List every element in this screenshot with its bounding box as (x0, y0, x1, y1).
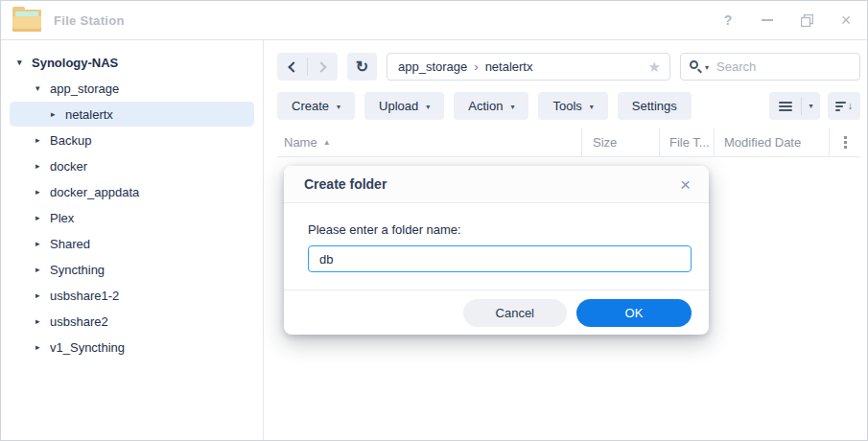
sidebar-item-label: Synology-NAS (32, 56, 118, 70)
sidebar-item-plex[interactable]: ▸ Plex (10, 205, 254, 230)
column-header-modified-date[interactable]: Modified Date (714, 128, 829, 156)
sort-button[interactable]: ↓ (828, 92, 860, 120)
sidebar-item-label: docker (50, 159, 87, 174)
sidebar-item-app-storage[interactable]: ▾ app_storage (10, 76, 254, 101)
create-button-label: Create (292, 99, 329, 113)
maximize-button[interactable] (799, 12, 814, 28)
chevron-right-icon: ▸ (35, 316, 50, 326)
view-mode-button[interactable]: ▾ (769, 92, 820, 120)
chevron-right-icon: ▸ (35, 290, 50, 300)
chevron-right-icon: ▸ (35, 239, 50, 248)
column-header-name[interactable]: Name ▲ (277, 128, 581, 156)
sidebar-folder-tree: ▾ Synology-NAS ▾ app_storage ▸ netalertx… (1, 40, 264, 440)
cancel-button[interactable]: Cancel (463, 299, 567, 327)
navigation-toolbar: ↻ app_storage › netalertx ★ ▾ (264, 40, 868, 81)
kebab-menu-icon (844, 136, 847, 149)
chevron-down-icon: ▾ (590, 103, 594, 111)
settings-button-label: Settings (632, 99, 677, 113)
action-button-label: Action (468, 99, 503, 113)
chevron-right-icon: ▸ (35, 161, 50, 171)
file-list-header: Name ▲ Size File T... Modified Date (277, 128, 860, 157)
ok-button[interactable]: OK (576, 299, 692, 327)
dialog-close-icon[interactable]: × (680, 175, 691, 194)
sidebar-item-docker[interactable]: ▸ docker (10, 153, 254, 178)
column-label: Modified Date (724, 135, 801, 150)
list-view-icon (769, 102, 801, 111)
chevron-right-icon: ▸ (35, 265, 50, 274)
breadcrumb-parent[interactable]: app_storage (398, 59, 467, 74)
sidebar-item-label: app_storage (50, 81, 119, 96)
title-bar: File Station ? × (1, 1, 867, 40)
search-box[interactable]: ▾ (680, 53, 860, 81)
minimize-icon (762, 19, 773, 21)
folder-name-input[interactable] (308, 245, 692, 272)
breadcrumb[interactable]: app_storage › netalertx ★ (387, 53, 670, 81)
view-controls: ▾ ↓ (769, 92, 860, 120)
sidebar-item-usbshare2[interactable]: ▸ usbshare2 (10, 309, 254, 334)
column-header-size[interactable]: Size (581, 128, 659, 156)
column-label: Name (284, 135, 317, 150)
sidebar-item-label: docker_appdata (50, 185, 139, 199)
column-options-button[interactable] (829, 128, 860, 156)
sidebar-item-synology-nas[interactable]: ▾ Synology-NAS (10, 50, 254, 75)
sidebar-item-label: v1_Syncthing (50, 340, 125, 355)
sidebar-item-backup[interactable]: ▸ Backup (10, 128, 254, 152)
chevron-right-icon: ▸ (51, 109, 65, 119)
sidebar-item-label: usbshare1-2 (50, 289, 119, 303)
search-options-caret-icon[interactable]: ▾ (705, 63, 709, 72)
dialog-header: Create folder × (284, 166, 709, 203)
folder-name-prompt: Please enter a folder name: (308, 222, 692, 237)
refresh-button[interactable]: ↻ (347, 53, 377, 81)
breadcrumb-separator-icon: › (474, 59, 478, 74)
chevron-right-icon: ▸ (35, 342, 50, 352)
chevron-down-icon: ▾ (510, 103, 514, 111)
create-folder-dialog: Create folder × Please enter a folder na… (284, 166, 709, 335)
sidebar-item-docker-appdata[interactable]: ▸ docker_appdata (10, 179, 254, 204)
forward-button[interactable] (308, 53, 338, 81)
view-mode-caret-icon[interactable]: ▾ (802, 102, 820, 110)
sidebar-item-shared[interactable]: ▸ Shared (10, 231, 254, 256)
action-toolbar: Create ▾ Upload ▾ Action ▾ Tools ▾ Setti… (264, 81, 868, 120)
sidebar-item-v1-syncthing[interactable]: ▸ v1_Syncthing (10, 335, 254, 360)
dialog-title: Create folder (304, 176, 387, 192)
sidebar-item-label: Shared (50, 237, 90, 251)
sidebar-item-syncthing[interactable]: ▸ Syncthing (10, 257, 254, 282)
sidebar-item-label: Plex (50, 211, 74, 225)
sort-down-arrow-icon: ↓ (848, 101, 853, 111)
dialog-footer: Cancel OK (284, 290, 709, 335)
upload-button[interactable]: Upload ▾ (364, 92, 444, 120)
chevron-down-icon: ▾ (337, 103, 340, 111)
file-station-folder-icon (12, 10, 41, 32)
settings-button[interactable]: Settings (618, 92, 692, 120)
breadcrumb-current[interactable]: netalertx (485, 59, 533, 74)
tools-button-label: Tools (552, 99, 581, 113)
column-label: File T... (669, 135, 710, 150)
column-header-file-type[interactable]: File T... (659, 128, 714, 156)
search-icon (690, 60, 702, 73)
sort-lines-icon (835, 102, 846, 111)
close-window-button[interactable]: × (838, 12, 854, 28)
dialog-body: Please enter a folder name: (284, 203, 709, 272)
chevron-right-icon: ▸ (35, 135, 50, 145)
sidebar-item-netalertx[interactable]: ▸ netalertx (10, 102, 254, 127)
create-button[interactable]: Create ▾ (277, 92, 355, 120)
sidebar-item-usbshare1-2[interactable]: ▸ usbshare1-2 (10, 283, 254, 308)
app-title: File Station (54, 13, 125, 28)
column-label: Size (593, 135, 617, 150)
back-button[interactable] (277, 53, 307, 81)
file-station-window: File Station ? × ▾ Synology-NAS ▾ app_st… (0, 0, 868, 441)
tools-button[interactable]: Tools ▾ (538, 92, 607, 120)
sort-ascending-icon: ▲ (323, 138, 331, 147)
action-button[interactable]: Action ▾ (454, 92, 528, 120)
search-input[interactable] (716, 59, 852, 74)
restore-icon (801, 14, 813, 27)
help-button[interactable]: ? (720, 12, 736, 28)
bookmark-star-icon[interactable]: ★ (648, 58, 661, 76)
sidebar-item-label: Syncthing (50, 263, 105, 277)
history-nav-group (277, 53, 338, 81)
minimize-button[interactable] (760, 12, 775, 28)
chevron-right-icon: ▸ (35, 213, 50, 222)
sidebar-item-label: netalertx (65, 107, 113, 122)
chevron-right-icon: ▸ (35, 187, 50, 197)
window-controls: ? × (720, 12, 854, 28)
